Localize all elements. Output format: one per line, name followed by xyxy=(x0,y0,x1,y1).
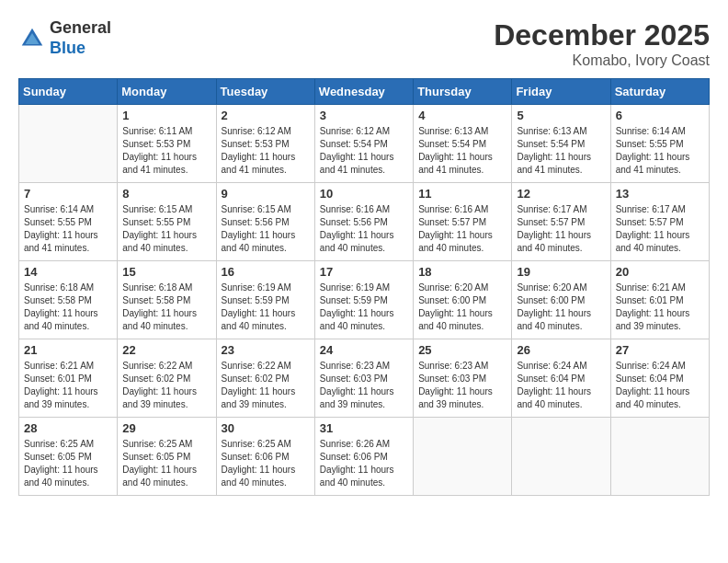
calendar-cell: 5Sunrise: 6:13 AMSunset: 5:54 PMDaylight… xyxy=(512,105,610,183)
calendar-cell: 25Sunrise: 6:23 AMSunset: 6:03 PMDayligh… xyxy=(414,339,512,418)
day-info: Sunrise: 6:22 AMSunset: 6:02 PMDaylight:… xyxy=(122,360,210,411)
calendar-cell: 23Sunrise: 6:22 AMSunset: 6:02 PMDayligh… xyxy=(216,339,314,418)
day-info: Sunrise: 6:18 AMSunset: 5:58 PMDaylight:… xyxy=(122,282,210,333)
calendar-cell: 16Sunrise: 6:19 AMSunset: 5:59 PMDayligh… xyxy=(216,261,314,339)
day-info: Sunrise: 6:14 AMSunset: 5:55 PMDaylight:… xyxy=(616,125,704,177)
calendar-week-row: 28Sunrise: 6:25 AMSunset: 6:05 PMDayligh… xyxy=(19,418,710,496)
calendar-cell: 19Sunrise: 6:20 AMSunset: 6:00 PMDayligh… xyxy=(512,261,610,339)
day-number: 24 xyxy=(320,343,408,357)
calendar-week-row: 21Sunrise: 6:21 AMSunset: 6:01 PMDayligh… xyxy=(19,339,710,418)
day-number: 19 xyxy=(517,265,605,279)
day-number: 21 xyxy=(24,343,112,357)
day-number: 31 xyxy=(320,421,408,435)
day-number: 27 xyxy=(616,343,704,357)
calendar-cell: 9Sunrise: 6:15 AMSunset: 5:56 PMDaylight… xyxy=(216,183,314,261)
day-number: 10 xyxy=(320,187,408,201)
day-number: 15 xyxy=(122,265,210,279)
day-number: 3 xyxy=(320,109,408,122)
day-number: 14 xyxy=(24,265,112,279)
day-info: Sunrise: 6:26 AMSunset: 6:06 PMDaylight:… xyxy=(320,438,408,489)
calendar-cell xyxy=(414,418,512,496)
day-info: Sunrise: 6:21 AMSunset: 6:01 PMDaylight:… xyxy=(616,282,704,333)
calendar-cell: 2Sunrise: 6:12 AMSunset: 5:53 PMDaylight… xyxy=(216,105,314,183)
day-number: 25 xyxy=(418,343,506,357)
logo-icon xyxy=(18,25,46,52)
day-number: 18 xyxy=(418,265,506,279)
calendar-cell: 15Sunrise: 6:18 AMSunset: 5:58 PMDayligh… xyxy=(118,261,216,339)
calendar-cell: 17Sunrise: 6:19 AMSunset: 5:59 PMDayligh… xyxy=(314,261,413,339)
weekday-header: Friday xyxy=(512,79,610,105)
day-info: Sunrise: 6:19 AMSunset: 5:59 PMDaylight:… xyxy=(222,282,310,333)
weekday-header: Tuesday xyxy=(216,79,314,105)
day-info: Sunrise: 6:15 AMSunset: 5:55 PMDaylight:… xyxy=(122,203,210,255)
day-info: Sunrise: 6:18 AMSunset: 5:58 PMDaylight:… xyxy=(24,282,112,333)
calendar-cell: 27Sunrise: 6:24 AMSunset: 6:04 PMDayligh… xyxy=(610,339,709,418)
day-number: 13 xyxy=(616,187,704,201)
day-number: 17 xyxy=(320,265,408,279)
day-info: Sunrise: 6:15 AMSunset: 5:56 PMDaylight:… xyxy=(222,203,310,255)
calendar-cell: 30Sunrise: 6:25 AMSunset: 6:06 PMDayligh… xyxy=(216,418,314,496)
day-number: 28 xyxy=(24,421,112,435)
calendar-week-row: 7Sunrise: 6:14 AMSunset: 5:55 PMDaylight… xyxy=(19,183,710,261)
day-info: Sunrise: 6:25 AMSunset: 6:05 PMDaylight:… xyxy=(122,438,210,489)
calendar-cell xyxy=(610,418,709,496)
day-info: Sunrise: 6:12 AMSunset: 5:54 PMDaylight:… xyxy=(320,125,408,177)
calendar-cell: 4Sunrise: 6:13 AMSunset: 5:54 PMDaylight… xyxy=(414,105,512,183)
calendar-cell: 7Sunrise: 6:14 AMSunset: 5:55 PMDaylight… xyxy=(19,183,118,261)
day-info: Sunrise: 6:17 AMSunset: 5:57 PMDaylight:… xyxy=(616,203,704,255)
weekday-header: Saturday xyxy=(610,79,709,105)
calendar-cell: 11Sunrise: 6:16 AMSunset: 5:57 PMDayligh… xyxy=(414,183,512,261)
day-number: 29 xyxy=(122,421,210,435)
weekday-header: Wednesday xyxy=(314,79,413,105)
day-number: 9 xyxy=(222,187,310,201)
day-info: Sunrise: 6:16 AMSunset: 5:57 PMDaylight:… xyxy=(418,203,506,255)
month-title: December 2025 xyxy=(494,18,710,52)
calendar-cell: 1Sunrise: 6:11 AMSunset: 5:53 PMDaylight… xyxy=(118,105,216,183)
day-info: Sunrise: 6:23 AMSunset: 6:03 PMDaylight:… xyxy=(418,360,506,411)
day-number: 23 xyxy=(222,343,310,357)
day-info: Sunrise: 6:16 AMSunset: 5:56 PMDaylight:… xyxy=(320,203,408,255)
day-info: Sunrise: 6:25 AMSunset: 6:05 PMDaylight:… xyxy=(24,438,112,489)
calendar-cell: 24Sunrise: 6:23 AMSunset: 6:03 PMDayligh… xyxy=(314,339,413,418)
day-number: 20 xyxy=(616,265,704,279)
day-number: 6 xyxy=(616,109,704,122)
weekday-header: Sunday xyxy=(19,79,118,105)
day-info: Sunrise: 6:13 AMSunset: 5:54 PMDaylight:… xyxy=(517,125,605,177)
day-info: Sunrise: 6:20 AMSunset: 6:00 PMDaylight:… xyxy=(517,282,605,333)
calendar-cell: 14Sunrise: 6:18 AMSunset: 5:58 PMDayligh… xyxy=(19,261,118,339)
calendar-cell: 3Sunrise: 6:12 AMSunset: 5:54 PMDaylight… xyxy=(314,105,413,183)
day-number: 8 xyxy=(122,187,210,201)
day-info: Sunrise: 6:17 AMSunset: 5:57 PMDaylight:… xyxy=(517,203,605,255)
calendar-cell xyxy=(512,418,610,496)
calendar-cell: 22Sunrise: 6:22 AMSunset: 6:02 PMDayligh… xyxy=(118,339,216,418)
calendar-cell: 31Sunrise: 6:26 AMSunset: 6:06 PMDayligh… xyxy=(314,418,413,496)
calendar-cell: 29Sunrise: 6:25 AMSunset: 6:05 PMDayligh… xyxy=(118,418,216,496)
day-number: 22 xyxy=(122,343,210,357)
day-number: 5 xyxy=(517,109,605,122)
day-number: 2 xyxy=(222,109,310,122)
day-number: 4 xyxy=(418,109,506,122)
day-info: Sunrise: 6:24 AMSunset: 6:04 PMDaylight:… xyxy=(616,360,704,411)
day-info: Sunrise: 6:23 AMSunset: 6:03 PMDaylight:… xyxy=(320,360,408,411)
calendar-week-row: 1Sunrise: 6:11 AMSunset: 5:53 PMDaylight… xyxy=(19,105,710,183)
calendar-cell: 8Sunrise: 6:15 AMSunset: 5:55 PMDaylight… xyxy=(118,183,216,261)
day-info: Sunrise: 6:21 AMSunset: 6:01 PMDaylight:… xyxy=(24,360,112,411)
calendar-cell: 26Sunrise: 6:24 AMSunset: 6:04 PMDayligh… xyxy=(512,339,610,418)
day-number: 16 xyxy=(222,265,310,279)
day-number: 11 xyxy=(418,187,506,201)
page-header: General Blue December 2025 Komabo, Ivory… xyxy=(18,18,710,69)
title-block: December 2025 Komabo, Ivory Coast xyxy=(494,18,710,69)
calendar-cell: 20Sunrise: 6:21 AMSunset: 6:01 PMDayligh… xyxy=(610,261,709,339)
logo: General Blue xyxy=(18,18,111,58)
weekday-header: Monday xyxy=(118,79,216,105)
day-info: Sunrise: 6:12 AMSunset: 5:53 PMDaylight:… xyxy=(222,125,310,177)
day-info: Sunrise: 6:13 AMSunset: 5:54 PMDaylight:… xyxy=(418,125,506,177)
day-info: Sunrise: 6:11 AMSunset: 5:53 PMDaylight:… xyxy=(122,125,210,177)
calendar-cell: 28Sunrise: 6:25 AMSunset: 6:05 PMDayligh… xyxy=(19,418,118,496)
location: Komabo, Ivory Coast xyxy=(494,52,710,69)
calendar-cell: 21Sunrise: 6:21 AMSunset: 6:01 PMDayligh… xyxy=(19,339,118,418)
logo-text: General Blue xyxy=(50,18,111,58)
weekday-header: Thursday xyxy=(414,79,512,105)
day-info: Sunrise: 6:25 AMSunset: 6:06 PMDaylight:… xyxy=(222,438,310,489)
day-number: 1 xyxy=(122,109,210,122)
